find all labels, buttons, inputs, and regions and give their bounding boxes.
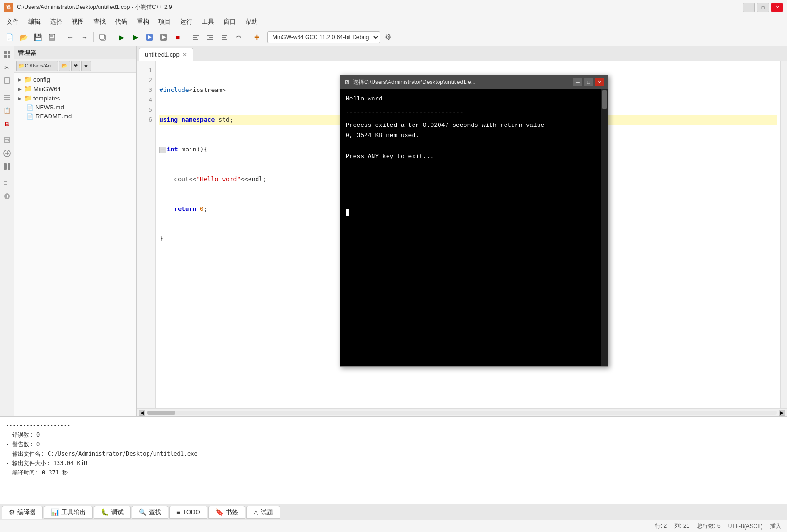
terminal-scroll-thumb[interactable] <box>602 90 607 109</box>
editor-tab[interactable]: untitled1.cpp ✕ <box>139 48 193 61</box>
copy-button[interactable] <box>96 31 109 43</box>
sidebar-icon-search[interactable]: ✂ <box>1 61 13 74</box>
sidebar-icon-10[interactable] <box>1 177 13 189</box>
debug-button[interactable] <box>157 31 170 43</box>
terminal-scrollbar[interactable] <box>601 89 608 366</box>
close-button[interactable]: ✕ <box>771 3 783 12</box>
redo-button[interactable]: → <box>78 31 91 43</box>
menu-view[interactable]: 视图 <box>67 17 89 27</box>
extra-button[interactable]: ✚ <box>250 31 264 43</box>
line-num-4: 4 <box>137 95 155 105</box>
terminal-minimize-button[interactable]: ─ <box>573 78 582 86</box>
compiler-settings-button[interactable]: ⚙ <box>382 31 394 43</box>
terminal-line-1: Hello word <box>346 94 596 104</box>
sidebar-icon-3[interactable] <box>1 75 13 87</box>
open-file-button[interactable]: 📂 <box>17 31 30 43</box>
h-scroll-right[interactable]: ▶ <box>779 410 785 416</box>
bottom-tab-compiler[interactable]: ⚙ 编译器 <box>2 506 43 519</box>
menu-file[interactable]: 文件 <box>2 17 24 27</box>
format-button[interactable] <box>190 31 203 43</box>
tab-bar: untitled1.cpp ✕ <box>137 46 787 61</box>
sidebar-divider-1 <box>2 89 12 89</box>
terminal-separator: -------------------------------- <box>346 107 596 117</box>
bottom-tab-todo[interactable]: ≡ TODO <box>169 506 207 519</box>
menu-code[interactable]: 代码 <box>110 17 132 27</box>
horizontal-scrollbar[interactable]: ◀ ▶ <box>137 408 787 416</box>
todo-tab-label: TODO <box>182 508 200 515</box>
step-over-button[interactable] <box>232 31 245 43</box>
tree-item-mingw64[interactable]: ▶ 📁 MinGW64 <box>14 84 136 93</box>
maximize-button[interactable]: □ <box>757 3 769 12</box>
compiler-select[interactable]: MinGW-w64 GCC 11.2.0 64-bit Debug <box>267 31 380 43</box>
terminal-line-4 <box>346 141 596 151</box>
terminal-title-text: 选择C:\Users\Administrator\Desktop\untitle… <box>353 78 572 86</box>
path-button[interactable]: 📁 C:/Users/Adr... <box>16 61 58 71</box>
terminal-content[interactable]: Hello word -----------------------------… <box>340 89 601 366</box>
bottom-line-5: - 输出文件大小: 133.04 KiB <box>6 458 781 468</box>
indent-button[interactable] <box>204 31 217 43</box>
folder-open-button[interactable]: 📂 <box>59 61 70 71</box>
folder-icon-mingw64: 📁 <box>24 85 32 92</box>
sidebar-icon-7[interactable] <box>1 134 13 146</box>
menu-edit[interactable]: 编辑 <box>24 17 45 27</box>
menu-find[interactable]: 查找 <box>89 17 110 27</box>
terminal-maximize-button[interactable]: □ <box>584 78 593 86</box>
sidebar-icon-4[interactable] <box>1 91 13 103</box>
sidebar-icon-11[interactable] <box>1 190 13 202</box>
minimize-button[interactable]: ─ <box>743 3 755 12</box>
menu-run[interactable]: 运行 <box>175 17 197 27</box>
undo-button[interactable]: ← <box>64 31 77 43</box>
bottom-tab-debug[interactable]: 🐛 调试 <box>94 506 131 519</box>
toolbar: 📄 📂 💾 ← → ▶ ▶ ■ <box>0 28 787 46</box>
stop-button[interactable]: ■ <box>171 31 184 43</box>
unindent-button[interactable] <box>218 31 231 43</box>
sidebar-divider-2 <box>2 132 12 132</box>
debug-tab-label: 调试 <box>111 508 124 516</box>
bottom-line-1: ------------------- <box>6 421 781 430</box>
bottom-tab-problems[interactable]: △ 试题 <box>246 506 280 519</box>
tree-arrow-mingw64: ▶ <box>18 86 22 91</box>
editor-vertical-scrollbar[interactable] <box>780 61 787 408</box>
tab-close-button[interactable]: ✕ <box>182 51 187 58</box>
fold-icon-3[interactable]: ─ <box>159 147 166 153</box>
favorite-button[interactable]: ❤ <box>71 61 80 71</box>
sidebar-icon-6[interactable]: B <box>1 117 13 130</box>
menu-tools[interactable]: 工具 <box>197 17 219 27</box>
build-button[interactable]: ▶ <box>115 31 128 43</box>
status-row: 行: 2 <box>655 522 667 530</box>
new-file-button[interactable]: 📄 <box>3 31 16 43</box>
debug-tab-icon: 🐛 <box>101 508 109 516</box>
tree-item-news-md[interactable]: 📄 NEWS.md <box>14 103 136 112</box>
terminal-close-button[interactable]: ✕ <box>595 78 604 86</box>
problems-tab-label: 试题 <box>261 508 273 516</box>
find-tab-label: 查找 <box>149 508 161 516</box>
bottom-tab-tools[interactable]: 📊 工具输出 <box>44 506 93 519</box>
bottom-tab-find[interactable]: 🔍 查找 <box>132 506 168 519</box>
file-manager-header: 管理器 <box>14 46 136 59</box>
sidebar-icon-8[interactable] <box>1 147 13 159</box>
sidebar-icon-9[interactable] <box>1 160 13 173</box>
sidebar-icon-manager[interactable] <box>1 48 13 60</box>
bottom-tab-bookmarks[interactable]: 🔖 书签 <box>208 506 245 519</box>
run-button[interactable]: ▶ <box>129 31 142 43</box>
tree-item-templates[interactable]: ▶ 📁 templates <box>14 93 136 103</box>
svg-rect-22 <box>8 55 10 58</box>
filter-button[interactable]: ▼ <box>81 61 91 71</box>
save-all-button[interactable] <box>45 31 58 43</box>
tree-item-readme-md[interactable]: 📄 README.md <box>14 112 136 121</box>
menu-help[interactable]: 帮助 <box>240 17 262 27</box>
toolbar-separator-2 <box>93 32 94 42</box>
save-file-button[interactable]: 💾 <box>31 31 44 43</box>
build-run-button[interactable] <box>143 31 156 43</box>
h-scroll-left[interactable]: ◀ <box>139 410 145 416</box>
bottom-tabs: ⚙ 编译器 📊 工具输出 🐛 调试 🔍 查找 ≡ TODO 🔖 书签 △ 试题 <box>0 504 787 520</box>
menu-select[interactable]: 选择 <box>45 17 67 27</box>
sidebar-icon-5[interactable]: 📋 <box>1 104 13 116</box>
menu-refactor[interactable]: 重构 <box>132 17 154 27</box>
tree-item-config[interactable]: ▶ 📁 config <box>14 75 136 84</box>
title-controls: ─ □ ✕ <box>743 3 783 12</box>
menu-project[interactable]: 项目 <box>154 17 175 27</box>
file-icon-readme-md: 📄 <box>26 113 33 120</box>
menu-window[interactable]: 窗口 <box>219 17 240 27</box>
h-scroll-thumb[interactable] <box>147 411 175 415</box>
